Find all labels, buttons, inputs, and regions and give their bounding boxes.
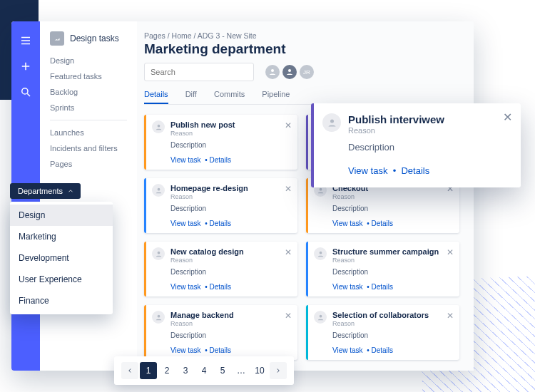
avatar-icon — [152, 311, 165, 324]
task-card: New catalog designReasonDescriptionView … — [144, 242, 297, 296]
card-reason: Reason — [332, 257, 452, 264]
departments-label: Departments — [18, 187, 63, 195]
view-task-link[interactable]: View task — [170, 220, 201, 227]
details-link[interactable]: Details — [209, 220, 231, 227]
page-next-button[interactable] — [270, 362, 287, 379]
details-link[interactable]: Details — [209, 346, 231, 354]
card-title: Manage backend — [170, 311, 290, 319]
svg-point-10 — [319, 314, 322, 317]
task-card: Homepage re-designReasonDescriptionView … — [144, 178, 297, 233]
breadcrumb-link[interactable]: ADG 3 - New Site — [198, 31, 257, 40]
breadcrumb-link[interactable]: Home — [172, 31, 192, 40]
close-icon[interactable]: ✕ — [285, 120, 292, 130]
tab-bar: DetailsDiffCommitsPipeline — [144, 90, 459, 105]
card-reason: Reason — [332, 320, 452, 327]
pagination: 12345…10 — [114, 356, 294, 385]
sidebar-item[interactable]: Design — [50, 53, 127, 68]
card-reason: Reason — [170, 257, 290, 264]
card-description: Description — [332, 268, 452, 276]
svg-point-7 — [157, 251, 160, 254]
department-option[interactable]: User Experience — [10, 269, 113, 290]
menu-icon[interactable] — [19, 34, 32, 47]
view-task-link[interactable]: View task — [332, 283, 363, 291]
details-link[interactable]: Details — [371, 283, 393, 291]
page-button[interactable]: 4 — [195, 362, 213, 379]
card-description: Description — [170, 141, 290, 149]
svg-point-0 — [22, 88, 28, 94]
close-icon[interactable]: ✕ — [285, 311, 292, 321]
sidebar-item[interactable]: Pages — [50, 156, 127, 172]
card-reason: Reason — [332, 193, 452, 200]
card-preview: Publish interviwew Reason Description Vi… — [311, 103, 521, 187]
close-icon[interactable]: ✕ — [447, 247, 454, 257]
tab[interactable]: Pipeline — [262, 90, 290, 104]
card-title: Structure summer campaign — [332, 247, 452, 256]
card-description: Description — [332, 331, 452, 339]
sidebar-item[interactable]: Launches — [50, 125, 127, 140]
card-title: New catalog design — [170, 247, 290, 256]
sidebar-item[interactable]: Backlog — [50, 84, 127, 100]
tab[interactable]: Commits — [214, 90, 245, 104]
close-icon[interactable]: ✕ — [447, 311, 454, 321]
avatar-icon — [152, 247, 165, 260]
breadcrumb-link[interactable]: Pages — [144, 31, 165, 40]
department-option[interactable]: Design — [10, 205, 113, 226]
plus-icon[interactable] — [19, 60, 32, 73]
task-card: Selection of collaboratorsReasonDescript… — [306, 305, 459, 360]
project-icon — [50, 31, 64, 46]
sidebar-item[interactable]: Incidents and filters — [50, 140, 127, 156]
sidebar-title: Design tasks — [70, 33, 119, 43]
page-button[interactable]: 5 — [214, 362, 231, 379]
sidebar-item[interactable]: Featured tasks — [50, 68, 127, 84]
card-title: Selection of collaborators — [332, 311, 452, 319]
avatar[interactable] — [265, 65, 280, 79]
avatar-icon — [314, 247, 327, 260]
card-description: Description — [332, 205, 452, 212]
view-task-link[interactable]: View task — [332, 346, 363, 354]
avatar[interactable] — [282, 65, 297, 79]
department-option[interactable]: Finance — [10, 290, 113, 311]
view-task-link[interactable]: View task — [170, 156, 201, 164]
preview-details-link[interactable]: Details — [401, 165, 429, 176]
preview-view-link[interactable]: View task — [348, 165, 387, 176]
card-reason: Reason — [170, 320, 290, 327]
search-icon[interactable] — [19, 86, 32, 98]
sidebar-item[interactable]: Sprints — [50, 100, 127, 115]
view-task-link[interactable]: View task — [170, 283, 201, 291]
preview-title: Publish interviwew — [348, 113, 509, 125]
card-description: Description — [170, 268, 290, 276]
preview-description: Description — [348, 142, 509, 153]
departments-menu: DesignMarketingDevelopmentUser Experienc… — [10, 202, 113, 314]
task-card: Publish new postReasonDescriptionView ta… — [144, 115, 297, 170]
department-option[interactable]: Development — [10, 247, 113, 269]
view-task-link[interactable]: View task — [332, 220, 363, 227]
close-icon[interactable]: ✕ — [503, 110, 512, 124]
details-link[interactable]: Details — [209, 283, 231, 291]
department-option[interactable]: Marketing — [10, 226, 113, 247]
svg-point-6 — [319, 187, 322, 190]
page-button[interactable]: 1 — [140, 362, 157, 379]
avatar-stack: JR — [265, 65, 314, 79]
details-link[interactable]: Details — [371, 220, 393, 227]
tab[interactable]: Diff — [185, 90, 197, 104]
card-reason: Reason — [170, 193, 290, 200]
page-button: … — [233, 362, 250, 379]
avatar-icon — [152, 184, 165, 197]
page-prev-button[interactable] — [121, 362, 138, 379]
card-description: Description — [170, 331, 290, 339]
tab[interactable]: Details — [144, 90, 168, 104]
task-card: Manage backendReasonDescriptionView task… — [144, 305, 297, 360]
close-icon[interactable]: ✕ — [285, 184, 292, 194]
avatar[interactable]: JR — [300, 65, 314, 79]
close-icon[interactable]: ✕ — [285, 247, 292, 257]
details-link[interactable]: Details — [371, 346, 393, 354]
view-task-link[interactable]: View task — [170, 346, 201, 354]
page-button[interactable]: 3 — [177, 362, 194, 379]
svg-point-2 — [288, 69, 291, 72]
departments-toggle[interactable]: Departments — [10, 183, 81, 199]
svg-point-8 — [319, 251, 322, 254]
page-button[interactable]: 2 — [158, 362, 175, 379]
search-input[interactable] — [144, 63, 254, 81]
page-button[interactable]: 10 — [251, 362, 268, 379]
details-link[interactable]: Details — [209, 156, 231, 164]
